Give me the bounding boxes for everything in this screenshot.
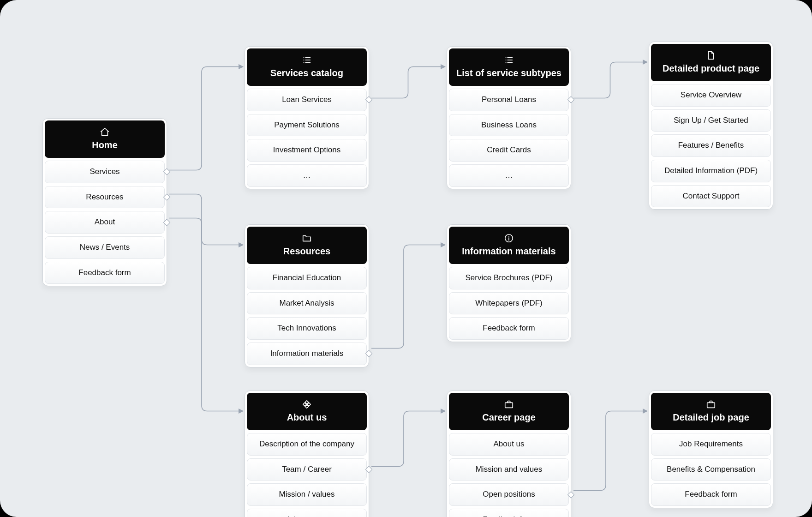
card-body: Service OverviewSign Up / Get StartedFea… <box>651 81 771 207</box>
card-body: Loan ServicesPayment SolutionsInvestment… <box>247 86 367 187</box>
sitemap-card-resources[interactable]: ResourcesFinancial EducationMarket Analy… <box>245 224 369 367</box>
connector-dot-icon <box>163 219 171 226</box>
home-icon <box>100 127 110 137</box>
info-icon <box>504 233 514 243</box>
connector-dot-icon <box>567 491 575 499</box>
card-item[interactable]: Features / Benefits <box>651 134 771 157</box>
card-item[interactable]: Credit Cards <box>449 139 569 162</box>
svg-point-2 <box>304 62 304 63</box>
card-item[interactable]: Information materials <box>247 343 367 365</box>
card-item[interactable]: Sign Up / Get Started <box>651 109 771 132</box>
card-item[interactable]: … <box>449 164 569 187</box>
card-title: Resources <box>251 246 363 257</box>
card-item[interactable]: Advantages <box>247 509 367 517</box>
card-header[interactable]: Home <box>45 120 165 158</box>
card-item[interactable]: Business Loans <box>449 114 569 137</box>
sitemap-card-services[interactable]: Services catalogLoan ServicesPayment Sol… <box>245 46 369 189</box>
card-title: List of service subtypes <box>453 68 565 78</box>
card-title: About us <box>251 412 363 423</box>
card-body: Description of the companyTeam / CareerM… <box>247 430 367 517</box>
connector-line <box>169 194 243 245</box>
file-icon <box>706 50 716 60</box>
card-item[interactable]: Service Overview <box>651 84 771 107</box>
card-item[interactable]: Feedback form <box>449 509 569 517</box>
connector-dot-icon <box>365 466 373 473</box>
sitemap-card-about[interactable]: About usDescription of the companyTeam /… <box>245 391 369 517</box>
connector-dot-icon <box>163 168 171 176</box>
card-item[interactable]: Mission and values <box>449 458 569 481</box>
sitemap-canvas: HomeServicesResourcesAboutNews / EventsF… <box>0 0 812 517</box>
connector-line <box>371 245 445 349</box>
card-item[interactable]: Personal Loans <box>449 89 569 111</box>
card-item[interactable]: Whitepapers (PDF) <box>449 292 569 315</box>
card-item[interactable]: Loan Services <box>247 89 367 111</box>
card-body: ServicesResourcesAboutNews / EventsFeedb… <box>45 158 165 284</box>
card-item[interactable]: Payment Solutions <box>247 114 367 137</box>
card-item[interactable]: Feedback form <box>651 483 771 506</box>
sitemap-card-product[interactable]: Detailed product pageService OverviewSig… <box>649 42 773 210</box>
card-item[interactable]: Team / Career <box>247 458 367 481</box>
card-item[interactable]: … <box>247 164 367 187</box>
sitemap-card-home[interactable]: HomeServicesResourcesAboutNews / EventsF… <box>42 118 167 286</box>
card-item[interactable]: Benefits & Compensation <box>651 458 771 481</box>
card-header[interactable]: About us <box>247 393 367 430</box>
card-body: Financial EducationMarket AnalysisTech I… <box>247 264 367 365</box>
connector-line <box>169 67 243 170</box>
card-item[interactable]: Tech Innovations <box>247 317 367 340</box>
connector-dot-icon <box>365 96 373 104</box>
card-item[interactable]: Services <box>45 161 165 183</box>
card-title: Detailed job page <box>655 412 767 423</box>
card-item[interactable]: Service Brochures (PDF) <box>449 267 569 289</box>
card-title: Detailed product page <box>655 63 767 74</box>
sitemap-card-job[interactable]: Detailed job pageJob RequirementsBenefit… <box>649 391 773 508</box>
svg-point-7 <box>506 60 507 60</box>
svg-point-1 <box>304 60 304 60</box>
card-body: About usMission and valuesOpen positions… <box>449 430 569 517</box>
card-header[interactable]: Resources <box>247 227 367 264</box>
svg-rect-16 <box>707 403 715 408</box>
connector-dot-icon <box>365 350 373 358</box>
card-item[interactable]: About <box>45 211 165 234</box>
card-header[interactable]: Information materials <box>449 227 569 264</box>
card-item[interactable]: Description of the company <box>247 433 367 456</box>
svg-point-6 <box>506 57 507 58</box>
sitemap-card-info[interactable]: Information materialsService Brochures (… <box>447 224 571 342</box>
card-item[interactable]: Job Requirements <box>651 433 771 456</box>
card-header[interactable]: List of service subtypes <box>449 48 569 86</box>
grid-icon <box>302 399 312 409</box>
svg-point-0 <box>304 57 304 58</box>
svg-point-14 <box>508 236 509 237</box>
card-body: Service Brochures (PDF)Whitepapers (PDF)… <box>449 264 569 340</box>
card-header[interactable]: Detailed product page <box>651 44 771 81</box>
sitemap-card-career[interactable]: Career pageAbout usMission and valuesOpe… <box>447 391 571 517</box>
briefcase-icon <box>706 399 716 409</box>
card-item[interactable]: Resources <box>45 186 165 209</box>
card-item[interactable]: Market Analysis <box>247 292 367 315</box>
list-icon <box>302 55 312 65</box>
sitemap-card-subtypes[interactable]: List of service subtypesPersonal LoansBu… <box>447 46 571 189</box>
connector-dot-icon <box>163 193 171 201</box>
svg-point-8 <box>506 62 507 63</box>
svg-rect-15 <box>505 403 513 408</box>
card-item[interactable]: Mission / values <box>247 483 367 506</box>
card-item[interactable]: Feedback form <box>449 317 569 340</box>
card-item[interactable]: Open positions <box>449 483 569 506</box>
card-item[interactable]: Detailed Information (PDF) <box>651 160 771 182</box>
card-item[interactable]: News / Events <box>45 236 165 259</box>
connector-dot-icon <box>567 96 575 104</box>
card-item[interactable]: About us <box>449 433 569 456</box>
connector-line <box>573 62 647 98</box>
card-item[interactable]: Contact Support <box>651 185 771 208</box>
card-header[interactable]: Services catalog <box>247 48 367 86</box>
card-title: Career page <box>453 412 565 423</box>
card-body: Job RequirementsBenefits & CompensationF… <box>651 430 771 506</box>
list-icon <box>504 55 514 65</box>
folder-icon <box>302 233 312 243</box>
card-item[interactable]: Financial Education <box>247 267 367 289</box>
card-item[interactable]: Investment Options <box>247 139 367 162</box>
card-title: Information materials <box>453 246 565 257</box>
connector-line <box>371 67 445 98</box>
card-header[interactable]: Detailed job page <box>651 393 771 430</box>
card-item[interactable]: Feedback form <box>45 262 165 284</box>
card-header[interactable]: Career page <box>449 393 569 430</box>
